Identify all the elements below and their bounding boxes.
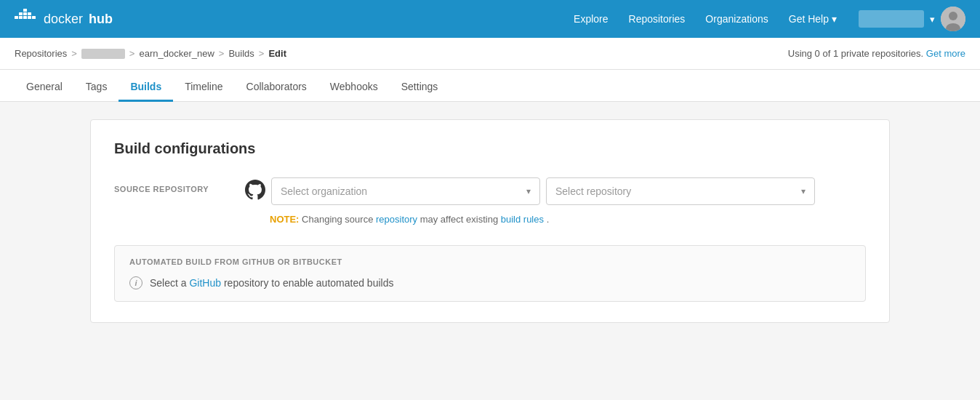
note-content: Changing source bbox=[302, 214, 376, 225]
note-highlight-source: repository bbox=[376, 214, 417, 225]
card-title: Build configurations bbox=[114, 140, 866, 157]
top-nav: docker hub Explore Repositories Organiza… bbox=[0, 0, 980, 38]
svg-rect-2 bbox=[19, 12, 23, 15]
logo-text: docker bbox=[44, 12, 83, 27]
breadcrumb-edit: Edit bbox=[268, 48, 286, 59]
breadcrumb-username[interactable] bbox=[81, 49, 125, 59]
select-organization-dropdown[interactable]: Select organization bbox=[271, 177, 540, 205]
source-repo-label: SOURCE REPOSITORY bbox=[114, 177, 230, 193]
nav-username-bar[interactable] bbox=[859, 10, 924, 28]
nav-organizations[interactable]: Organizations bbox=[705, 13, 768, 25]
svg-point-10 bbox=[949, 12, 957, 20]
svg-rect-3 bbox=[23, 16, 27, 19]
build-message-text: Select a GitHub repository to enable aut… bbox=[150, 277, 393, 289]
nav-explore[interactable]: Explore bbox=[574, 13, 608, 25]
svg-rect-8 bbox=[32, 16, 36, 19]
info-icon: i bbox=[129, 276, 142, 289]
repo-dropdown-chevron bbox=[801, 186, 806, 196]
select-repo-placeholder: Select repository bbox=[555, 185, 631, 197]
breadcrumb-repo-name[interactable]: earn_docker_new bbox=[139, 48, 214, 59]
nav-user-section: ▾ bbox=[859, 7, 965, 31]
source-repo-controls: Select organization Select repository bbox=[245, 177, 866, 205]
breadcrumb-sep2: > bbox=[129, 48, 135, 59]
github-icon bbox=[245, 180, 265, 203]
svg-rect-0 bbox=[15, 16, 18, 19]
main-content: Build configurations SOURCE REPOSITORY S… bbox=[0, 102, 980, 393]
select-org-placeholder: Select organization bbox=[281, 185, 367, 197]
docker-logo[interactable]: docker hub bbox=[15, 9, 113, 29]
source-repo-row: SOURCE REPOSITORY Select organization Se… bbox=[114, 177, 866, 205]
automated-build-box: AUTOMATED BUILD FROM GITHUB OR BITBUCKET… bbox=[114, 245, 866, 302]
get-help-chevron: ▾ bbox=[832, 13, 837, 25]
svg-rect-1 bbox=[19, 16, 23, 19]
org-dropdown-chevron bbox=[526, 186, 531, 196]
select-repository-dropdown[interactable]: Select repository bbox=[546, 177, 815, 205]
github-link[interactable]: GitHub bbox=[189, 277, 221, 289]
svg-rect-5 bbox=[23, 9, 27, 12]
breadcrumb-sep4: > bbox=[259, 48, 265, 59]
tab-collaborators[interactable]: Collaborators bbox=[235, 73, 318, 102]
logo-hub: hub bbox=[89, 12, 113, 27]
automated-build-title: AUTOMATED BUILD FROM GITHUB OR BITBUCKET bbox=[129, 257, 851, 266]
breadcrumb-sep1: > bbox=[71, 48, 77, 59]
user-avatar[interactable] bbox=[941, 7, 965, 31]
tab-webhooks[interactable]: Webhooks bbox=[318, 73, 390, 102]
svg-rect-6 bbox=[28, 16, 31, 19]
automated-build-message: i Select a GitHub repository to enable a… bbox=[129, 276, 851, 289]
footer-buttons: Cancel Save bbox=[76, 393, 904, 400]
tab-bar: General Tags Builds Timeline Collaborato… bbox=[0, 70, 980, 102]
tab-general[interactable]: General bbox=[15, 73, 74, 102]
tab-settings[interactable]: Settings bbox=[390, 73, 450, 102]
breadcrumb-sep3: > bbox=[219, 48, 225, 59]
note-label: NOTE: bbox=[270, 214, 299, 225]
tab-builds[interactable]: Builds bbox=[119, 73, 173, 102]
svg-rect-7 bbox=[28, 12, 31, 15]
nav-get-help[interactable]: Get Help ▾ bbox=[789, 13, 837, 25]
get-more-link[interactable]: Get more bbox=[926, 48, 965, 59]
note-text: NOTE: Changing source repository may aff… bbox=[270, 214, 866, 225]
tab-timeline[interactable]: Timeline bbox=[173, 73, 234, 102]
breadcrumb-repositories[interactable]: Repositories bbox=[15, 48, 67, 59]
nav-repositories[interactable]: Repositories bbox=[629, 13, 686, 25]
docker-whale-icon bbox=[15, 9, 38, 29]
nav-links: Explore Repositories Organizations Get H… bbox=[574, 13, 837, 25]
breadcrumb-builds[interactable]: Builds bbox=[228, 48, 254, 59]
svg-rect-4 bbox=[23, 12, 27, 15]
build-config-card: Build configurations SOURCE REPOSITORY S… bbox=[90, 119, 890, 323]
note-highlight-build: build rules bbox=[501, 214, 544, 225]
nav-dropdown-chevron[interactable]: ▾ bbox=[930, 14, 935, 25]
tab-tags[interactable]: Tags bbox=[74, 73, 119, 102]
breadcrumb-bar: Repositories > > earn_docker_new > Build… bbox=[0, 38, 980, 70]
private-repos-info: Using 0 of 1 private repositories. Get m… bbox=[788, 48, 965, 59]
